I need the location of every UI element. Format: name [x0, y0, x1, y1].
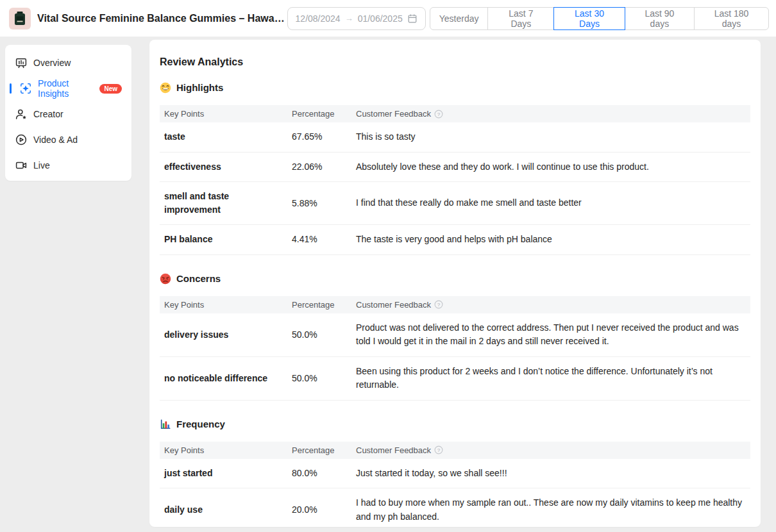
table-row: just started 80.0% Just started it today… [160, 459, 750, 489]
sidebar-item-product-insights[interactable]: Product Insights New [5, 76, 131, 101]
percentage-cell: 20.0% [292, 503, 356, 517]
table-row: smell and taste improvement 5.88% I find… [160, 182, 750, 225]
table-body: just started 80.0% Just started it today… [160, 459, 750, 528]
column-customer-feedback: Customer Feedback ? [356, 109, 750, 119]
feedback-cell: Absolutely love these and they do work. … [356, 160, 750, 174]
new-badge: New [99, 84, 122, 94]
feedback-cell: The taste is very good and helps with pH… [356, 233, 750, 247]
sidebar-item-live[interactable]: Live [5, 153, 131, 178]
range-button-yesterday[interactable]: Yesterday [430, 7, 489, 30]
range-button-group: YesterdayLast 7 DaysLast 30 DaysLast 90 … [430, 7, 769, 30]
key-point-cell: PH balance [160, 233, 292, 246]
percentage-cell: 80.0% [292, 467, 356, 480]
sidebar-item-overview[interactable]: Overview [5, 50, 131, 76]
help-icon[interactable]: ? [434, 300, 443, 309]
feedback-cell: Been using this product for 2 weeks and … [356, 365, 750, 392]
key-point-cell: just started [160, 467, 292, 480]
product-thumbnail [9, 8, 31, 29]
overview-icon [15, 56, 28, 69]
sidebar-item-label: Video & Ad [33, 135, 78, 145]
section-heading: Frequency [160, 419, 750, 430]
svg-text:?: ? [437, 111, 441, 117]
percentage-cell: 50.0% [292, 328, 356, 342]
column-key-points: Key Points [160, 445, 292, 455]
sidebar-item-label: Product Insights [38, 78, 91, 99]
feedback-cell: Just started it today, so we shall see!!… [356, 467, 750, 481]
section-concerns: Concerns Key Points Percentage Customer … [160, 273, 750, 401]
table-row: daily use 20.0% I had to buy more when m… [160, 488, 750, 527]
key-point-cell: daily use [160, 503, 292, 517]
section-name: Frequency [176, 419, 225, 430]
range-button-last-7-days[interactable]: Last 7 Days [487, 7, 554, 30]
range-button-last-90-days[interactable]: Last 90 days [625, 7, 695, 30]
grinning-emoji-icon [160, 82, 171, 94]
key-point-cell: taste [160, 130, 292, 144]
feedback-cell: I had to buy more when my sample ran out… [356, 496, 750, 524]
bar-chart-emoji-icon [160, 419, 171, 430]
percentage-cell: 4.41% [292, 233, 356, 246]
table-row: delivery issues 50.0% Product was not de… [160, 313, 750, 357]
table-body: taste 67.65% This is so tasty effectiven… [160, 122, 750, 255]
svg-text:?: ? [437, 447, 441, 453]
column-customer-feedback: Customer Feedback ? [356, 300, 750, 310]
table-row: taste 67.65% This is so tasty [160, 122, 750, 153]
customer-feedback-label: Customer Feedback [356, 109, 431, 119]
percentage-cell: 67.65% [292, 130, 356, 144]
key-point-cell: delivery issues [160, 328, 292, 342]
svg-text:?: ? [437, 302, 441, 308]
sidebar-card: Overview Product Insights New Creator Vi… [5, 45, 131, 181]
table-row: PH balance 4.41% The taste is very good … [160, 225, 750, 255]
section-name: Highlights [176, 82, 223, 94]
table-header: Key Points Percentage Customer Feedback … [160, 105, 750, 122]
product-title: Vital Source Feminine Balance Gummies – … [37, 13, 287, 24]
column-percentage: Percentage [292, 300, 356, 310]
sidebar-nav: Overview Product Insights New Creator Vi… [5, 50, 131, 178]
column-percentage: Percentage [292, 445, 356, 455]
sidebar-item-label: Live [33, 160, 50, 170]
help-icon[interactable]: ? [434, 445, 443, 454]
table-row: effectiveness 22.06% Absolutely love the… [160, 153, 750, 183]
help-icon[interactable]: ? [434, 110, 443, 119]
angry-emoji-icon [160, 273, 171, 285]
sidebar-item-label: Creator [33, 109, 63, 119]
product-insights-icon [19, 82, 32, 95]
column-percentage: Percentage [292, 109, 356, 119]
date-arrow: → [345, 13, 353, 23]
table-header: Key Points Percentage Customer Feedback … [160, 296, 750, 313]
section-heading: Concerns [160, 273, 750, 285]
column-key-points: Key Points [160, 300, 292, 310]
sidebar-item-label: Overview [33, 58, 71, 68]
section-name: Concerns [176, 273, 221, 285]
top-bar: Vital Source Feminine Balance Gummies – … [0, 0, 776, 37]
sidebar-item-video-ad[interactable]: Video & Ad [5, 127, 131, 153]
column-key-points: Key Points [160, 109, 292, 119]
table-body: delivery issues 50.0% Product was not de… [160, 313, 750, 401]
page-title: Review Analytics [160, 55, 750, 69]
feedback-cell: Product was not delivered to the correct… [356, 321, 750, 349]
customer-feedback-label: Customer Feedback [356, 445, 431, 455]
range-button-last-180-days[interactable]: Last 180 days [694, 7, 769, 30]
table-header: Key Points Percentage Customer Feedback … [160, 442, 750, 459]
section-heading: Highlights [160, 82, 750, 94]
calendar-icon [407, 13, 418, 24]
date-end: 01/06/2025 [358, 13, 403, 24]
range-button-last-30-days[interactable]: Last 30 Days [553, 7, 625, 30]
sidebar-item-creator[interactable]: Creator [5, 101, 131, 127]
percentage-cell: 5.88% [292, 197, 356, 210]
section-frequency: Frequency Key Points Percentage Customer… [160, 419, 750, 528]
column-customer-feedback: Customer Feedback ? [356, 445, 750, 455]
creator-icon [15, 108, 28, 121]
key-point-cell: no noticeable difference [160, 372, 292, 385]
live-icon [15, 159, 28, 172]
section-highlights: Highlights Key Points Percentage Custome… [160, 82, 750, 255]
date-range-picker[interactable]: 12/08/2024 → 01/06/2025 [287, 7, 426, 30]
video-ad-icon [15, 133, 28, 146]
date-start: 12/08/2024 [296, 13, 341, 24]
customer-feedback-label: Customer Feedback [356, 300, 431, 310]
feedback-cell: This is so tasty [356, 130, 750, 144]
feedback-cell: I find that these really do make me smel… [356, 196, 750, 210]
key-point-cell: effectiveness [160, 160, 292, 174]
main-card: Review Analytics Highlights Key Points P… [149, 40, 761, 527]
percentage-cell: 50.0% [292, 372, 356, 385]
key-point-cell: smell and taste improvement [160, 190, 292, 217]
